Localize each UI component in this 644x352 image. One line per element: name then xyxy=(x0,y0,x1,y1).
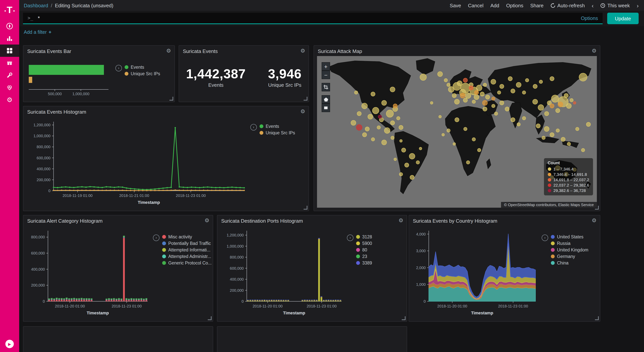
legend-label: China xyxy=(557,261,568,265)
legend-item[interactable]: 5900 xyxy=(356,241,372,246)
auto-refresh-button[interactable]: Auto-refresh xyxy=(550,3,585,8)
legend-item[interactable]: Germany xyxy=(551,254,588,259)
legend-item[interactable]: 80 xyxy=(356,248,372,252)
panel-title[interactable]: Suricata Destination Ports Histogram xyxy=(221,218,303,224)
gear-icon[interactable]: ⚙ xyxy=(166,48,171,54)
gear-icon[interactable]: ⚙ xyxy=(300,108,305,114)
legend-item[interactable]: Unique Src IPs xyxy=(260,130,295,135)
draw-rectangle-button[interactable] xyxy=(322,104,330,112)
sidebar-collapse-button[interactable]: ▶ xyxy=(0,340,19,348)
map-dot xyxy=(483,83,487,87)
map-dot xyxy=(371,138,375,141)
query-options-link[interactable]: Options xyxy=(581,15,598,21)
breadcrumb-dashboard-link[interactable]: Dashboard xyxy=(24,3,48,8)
svg-text:Timestamp: Timestamp xyxy=(471,310,493,315)
legend-item[interactable]: 3389 xyxy=(356,261,372,265)
legend-toggle-icon[interactable]: › xyxy=(116,65,122,71)
svg-text:400,000: 400,000 xyxy=(230,277,244,281)
legend-item[interactable]: Attempted Informati... xyxy=(162,248,212,252)
legend-item[interactable]: Misc activity xyxy=(162,235,212,239)
map-dot xyxy=(497,91,501,94)
map-dot xyxy=(463,78,468,83)
legend-item[interactable]: Russia xyxy=(551,241,588,246)
panel-title[interactable]: Suricata Events by Country Histogram xyxy=(413,218,498,224)
zoom-in-button[interactable]: + xyxy=(322,62,330,71)
svg-text:Timestamp: Timestamp xyxy=(87,310,109,315)
legend-toggle-icon[interactable]: › xyxy=(542,235,548,241)
clock-icon xyxy=(600,3,606,8)
sidebar-item-discover[interactable] xyxy=(0,20,19,32)
time-range-picker[interactable]: This week xyxy=(600,3,630,8)
gear-icon[interactable]: ⚙ xyxy=(300,48,305,54)
sidebar-item-dashboard[interactable] xyxy=(0,45,19,57)
map-dot xyxy=(550,104,554,108)
save-button[interactable]: Save xyxy=(450,3,461,8)
panel-title[interactable]: Suricata Attack Map xyxy=(318,48,362,54)
legend-item[interactable]: 3128 xyxy=(356,235,372,239)
resize-handle-icon[interactable] xyxy=(208,316,212,320)
map-legend-item: 7,346.4 – 14,691.8 xyxy=(548,172,589,177)
gear-sidebar-icon: ⚙ xyxy=(7,96,13,104)
fit-bounds-button[interactable] xyxy=(322,83,330,91)
svg-text:2018-11-23 01:00: 2018-11-23 01:00 xyxy=(498,304,528,308)
cancel-button[interactable]: Cancel xyxy=(468,3,484,8)
time-forward-arrow[interactable]: › xyxy=(637,2,639,9)
legend-label: 3389 xyxy=(362,261,372,265)
legend-item[interactable]: China xyxy=(551,261,588,265)
gear-icon[interactable]: ⚙ xyxy=(398,217,403,223)
legend-item[interactable]: Generic Protocol Co... xyxy=(162,261,212,265)
panel-title[interactable]: Suricata Alert Category Histogram xyxy=(27,218,102,224)
update-button[interactable]: Update xyxy=(607,13,639,24)
sidebar-item-evebox[interactable] xyxy=(0,57,19,69)
resize-handle-icon[interactable] xyxy=(595,316,599,320)
map-dot xyxy=(570,98,574,102)
sidebar-item-management[interactable]: ⚙ xyxy=(0,94,19,106)
metric-label: Unique Src IPs xyxy=(268,82,302,88)
map-dot xyxy=(516,82,521,88)
map-attribution[interactable]: © OpenStreetMap contributors, Elastic Ma… xyxy=(501,202,597,208)
share-button[interactable]: Share xyxy=(530,3,544,8)
gear-icon[interactable]: ⚙ xyxy=(592,217,596,223)
map-dot xyxy=(494,112,498,116)
panel-title[interactable]: Suricata Events Bar xyxy=(27,48,71,54)
legend-item[interactable]: Events xyxy=(124,65,160,70)
legend-item[interactable]: United States xyxy=(551,235,588,239)
gear-icon[interactable]: ⚙ xyxy=(592,48,596,54)
time-back-arrow[interactable]: ‹ xyxy=(592,2,594,9)
panel-title[interactable]: Suricata Events xyxy=(183,48,218,54)
legend-item[interactable]: Attempted Administr... xyxy=(162,254,212,259)
resize-handle-icon[interactable] xyxy=(304,97,308,101)
brand-logo[interactable]: T xyxy=(0,0,19,20)
add-filter-link[interactable]: Add a filter xyxy=(24,30,47,35)
map-dot xyxy=(581,148,585,152)
legend-item[interactable]: United Kingdom xyxy=(551,248,588,252)
legend-toggle-icon[interactable]: › xyxy=(153,235,160,241)
legend-item[interactable]: Unique Src IPs xyxy=(124,71,160,76)
world-map[interactable]: + − xyxy=(317,56,597,208)
panel-title[interactable]: Suricata Events Histogram xyxy=(27,109,86,115)
resize-handle-icon[interactable] xyxy=(402,316,406,320)
search-query-input[interactable]: >_ * Options xyxy=(23,13,602,24)
sidebar-item-visualize[interactable] xyxy=(0,32,19,45)
map-dot xyxy=(400,139,402,142)
query-text: * xyxy=(38,15,40,21)
resize-handle-icon[interactable] xyxy=(304,206,308,210)
gear-icon[interactable]: ⚙ xyxy=(204,217,209,223)
draw-polygon-button[interactable] xyxy=(322,95,330,104)
sidebar-item-devtools[interactable] xyxy=(0,69,19,81)
legend-item[interactable]: Events xyxy=(260,124,295,129)
add-filter-plus-icon[interactable]: + xyxy=(49,30,52,35)
resize-handle-icon[interactable] xyxy=(170,97,173,101)
svg-text:400,000: 400,000 xyxy=(31,267,45,271)
legend-item[interactable]: Potentially Bad Traffic xyxy=(162,241,212,246)
add-button[interactable]: Add xyxy=(490,3,499,8)
chart-legend: › 3128590080233389 xyxy=(347,235,372,265)
svg-text:200,000: 200,000 xyxy=(230,288,244,292)
map-legend-label: 29,382.6 – 36,728 xyxy=(553,188,586,193)
zoom-out-button[interactable]: − xyxy=(322,71,330,79)
legend-toggle-icon[interactable]: › xyxy=(347,235,354,241)
legend-toggle-icon[interactable]: › xyxy=(250,124,257,130)
sidebar-item-monitoring[interactable] xyxy=(0,81,19,94)
options-button[interactable]: Options xyxy=(506,3,524,8)
legend-item[interactable]: 23 xyxy=(356,254,372,259)
